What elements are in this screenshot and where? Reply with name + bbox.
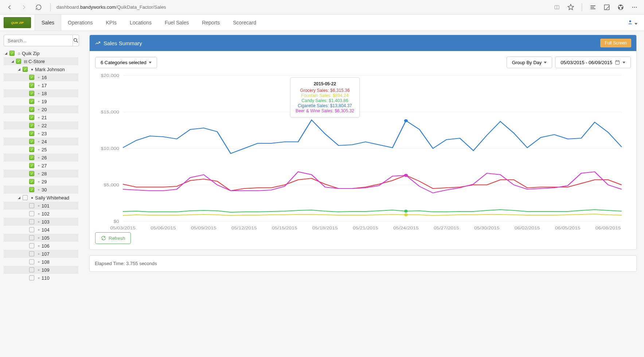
tree-checkbox[interactable] — [29, 227, 34, 232]
tree-row[interactable]: ✓ ▫ 17 — [4, 81, 78, 89]
forward-button[interactable] — [18, 1, 30, 13]
categories-dropdown[interactable]: 6 Categories selected — [95, 57, 157, 68]
tree-row[interactable]: ✓ ▫ 29 — [4, 178, 78, 186]
user-menu[interactable] — [624, 19, 640, 26]
logo[interactable]: QUIK ZIP — [4, 17, 31, 28]
refresh-chart-button[interactable]: Refresh — [95, 232, 131, 244]
tree-checkbox[interactable]: ✓ — [29, 115, 34, 120]
tree-checkbox[interactable]: ✓ — [29, 107, 34, 112]
tree-checkbox[interactable] — [29, 203, 34, 208]
share-icon[interactable] — [615, 1, 627, 13]
tree-icon: ● — [29, 195, 35, 200]
tree-checkbox[interactable]: ✓ — [16, 59, 21, 64]
tree-toggle[interactable]: ◢ — [10, 59, 15, 63]
nav-tab-fuel-sales[interactable]: Fuel Sales — [158, 15, 195, 31]
tree-row[interactable]: ✓ ▫ 27 — [4, 162, 78, 170]
tree-row[interactable]: ✓ ▫ 18 — [4, 89, 78, 97]
search-button[interactable] — [73, 35, 79, 46]
svg-rect-5 — [604, 5, 609, 9]
tree-row[interactable]: ✓ ▫ 23 — [4, 129, 78, 137]
tree-row[interactable]: ▫ 102 — [4, 210, 78, 218]
tree-label: Quik Zip — [22, 51, 39, 56]
svg-text:05/06/2015: 05/06/2015 — [151, 226, 176, 230]
search-group — [4, 35, 78, 46]
tree-row[interactable]: ▫ 104 — [4, 226, 78, 234]
tree-row[interactable]: ▫ 110 — [4, 274, 78, 282]
tree-row[interactable]: ▫ 105 — [4, 234, 78, 242]
tree-row[interactable]: ✓ ▫ 16 — [4, 73, 78, 81]
tree-row[interactable]: ✓ ▫ 21 — [4, 113, 78, 121]
url-bar[interactable]: dashboard.bandyworks.com/QuikData_Factor… — [56, 4, 166, 10]
tree-checkbox[interactable]: ✓ — [29, 147, 34, 152]
reading-view-icon[interactable] — [551, 1, 563, 13]
nav-tab-kpis[interactable]: KPIs — [99, 15, 124, 31]
tree-checkbox[interactable]: ✓ — [29, 123, 34, 128]
tree-checkbox[interactable]: ✓ — [29, 83, 34, 88]
tree-checkbox[interactable]: ✓ — [29, 171, 34, 176]
tree-label: 105 — [42, 235, 50, 241]
nav-tab-scorecard[interactable]: Scorecard — [226, 15, 263, 31]
tree-checkbox[interactable] — [23, 195, 28, 200]
tree-checkbox[interactable] — [29, 211, 34, 216]
tree-toggle[interactable]: ◢ — [17, 196, 21, 199]
nav-tab-locations[interactable]: Locations — [123, 15, 158, 31]
tree-checkbox[interactable]: ✓ — [29, 139, 34, 144]
tree-checkbox[interactable]: ✓ — [9, 51, 15, 56]
tree-checkbox[interactable]: ✓ — [23, 67, 28, 72]
tree-checkbox[interactable]: ✓ — [29, 91, 34, 96]
svg-text:05/15/2015: 05/15/2015 — [272, 226, 297, 230]
nav-tab-sales[interactable]: Sales — [35, 15, 61, 31]
tree-checkbox[interactable] — [29, 243, 34, 248]
fullscreen-button[interactable]: Full Screen — [600, 39, 631, 47]
svg-point-46 — [404, 210, 408, 213]
tree-row[interactable]: ▫ 108 — [4, 258, 78, 266]
tree-checkbox[interactable] — [29, 275, 34, 280]
tree-label: 21 — [42, 115, 47, 120]
nav-tab-reports[interactable]: Reports — [195, 15, 226, 31]
back-button[interactable] — [4, 1, 15, 13]
favorite-icon[interactable] — [565, 1, 577, 13]
tree-row[interactable]: ▫ 109 — [4, 266, 78, 274]
tree-row[interactable]: ◢ ✓ ⌂ Quik Zip — [4, 49, 78, 57]
tree-row[interactable]: ✓ ▫ 26 — [4, 154, 78, 162]
daterange-picker[interactable]: 05/03/2015 - 06/09/2015 — [555, 57, 631, 68]
tree-checkbox[interactable]: ✓ — [29, 179, 34, 184]
tree-row[interactable]: ✓ ▫ 20 — [4, 105, 78, 113]
sales-chart[interactable]: $0$5,000$10,000$15,000$20,00005/03/20150… — [95, 72, 631, 232]
refresh-button[interactable] — [33, 1, 44, 13]
groupby-dropdown[interactable]: Group By Day — [507, 57, 553, 68]
tree-checkbox[interactable]: ✓ — [29, 131, 34, 136]
tree-checkbox[interactable] — [29, 219, 34, 224]
tree-row[interactable]: ◢ ● Sally Whitehead — [4, 194, 78, 202]
tree-row[interactable]: ▫ 107 — [4, 250, 78, 258]
tree-checkbox[interactable] — [29, 259, 34, 264]
tree-row[interactable]: ▫ 103 — [4, 218, 78, 226]
tree-checkbox[interactable]: ✓ — [29, 75, 34, 80]
tree-checkbox[interactable] — [29, 267, 34, 272]
tree-row[interactable]: ✓ ▫ 30 — [4, 186, 78, 194]
tree-row[interactable]: ✓ ▫ 19 — [4, 97, 78, 105]
search-input[interactable] — [4, 35, 73, 46]
tree-row[interactable]: ✓ ▫ 25 — [4, 145, 78, 154]
tree-toggle[interactable]: ◢ — [17, 67, 21, 71]
tree-toggle[interactable]: ◢ — [4, 51, 8, 55]
tree-label: 104 — [42, 227, 50, 233]
tree-checkbox[interactable]: ✓ — [29, 99, 34, 104]
tree-checkbox[interactable]: ✓ — [29, 187, 34, 192]
tree-checkbox[interactable] — [29, 251, 34, 256]
tree-row[interactable]: ◢ ✓ ● Mark Johnson — [4, 65, 78, 73]
tree-row[interactable]: ◢ ✓ ▤ C-Store — [4, 57, 78, 65]
more-icon[interactable] — [629, 1, 640, 13]
tree-checkbox[interactable]: ✓ — [29, 155, 34, 160]
tree-row[interactable]: ✓ ▫ 28 — [4, 170, 78, 178]
tree-row[interactable]: ▫ 106 — [4, 242, 78, 250]
tree-row[interactable]: ✓ ▫ 24 — [4, 137, 78, 145]
webnote-icon[interactable] — [601, 1, 613, 13]
tree-row[interactable]: ✓ ▫ 22 — [4, 121, 78, 129]
tree-checkbox[interactable]: ✓ — [29, 163, 34, 168]
tree-label: 24 — [42, 139, 47, 144]
hub-icon[interactable] — [587, 1, 599, 13]
nav-tab-operations[interactable]: Operations — [61, 15, 99, 31]
tree-checkbox[interactable] — [29, 235, 34, 240]
tree-row[interactable]: ▫ 101 — [4, 202, 78, 210]
